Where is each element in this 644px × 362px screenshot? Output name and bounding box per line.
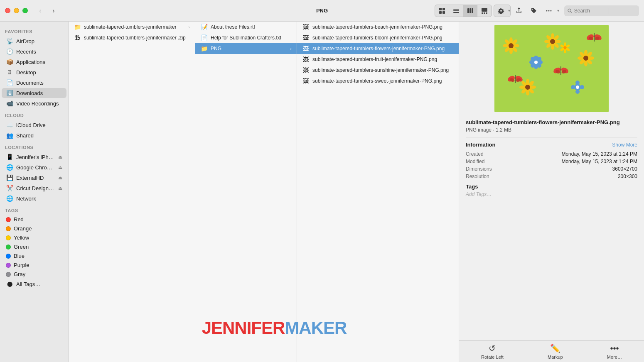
sidebar-item-shared[interactable]: 👥 Shared xyxy=(2,130,66,140)
external-hd-icon: 💾 xyxy=(6,174,13,181)
sidebar-item-label: Google Chro… xyxy=(16,164,55,171)
list-item[interactable]: 🖼 sublimate-tapered-tumblers-fruit-jenni… xyxy=(297,54,459,65)
list-item[interactable]: 📄 Help for Sublimation Crafters.txt xyxy=(195,32,297,43)
svg-rect-13 xyxy=(486,12,487,14)
list-view-button[interactable] xyxy=(449,5,463,17)
list-item[interactable]: 🗜 sublimate-tapered-tumblers-jennifermak… xyxy=(69,32,195,43)
sidebar-item-purple[interactable]: Purple xyxy=(2,261,66,269)
view-options-button[interactable] xyxy=(494,5,508,17)
sidebar-item-jennifers-iphone[interactable]: 📱 Jennifer's iPh… ⏏ xyxy=(2,152,66,162)
zip-icon: 🗜 xyxy=(74,34,81,41)
sidebar-item-video-recordings[interactable]: 📹 Video Recordings xyxy=(2,98,66,108)
sidebar-item-recents[interactable]: 🕐 Recents xyxy=(2,46,66,56)
sidebar-item-all-tags[interactable]: ⬤ All Tags… xyxy=(2,279,66,289)
sidebar-item-google-chrome[interactable]: 🌐 Google Chro… ⏏ xyxy=(2,162,66,172)
back-button[interactable]: ‹ xyxy=(34,5,46,17)
search-input[interactable] xyxy=(574,8,636,14)
svg-point-31 xyxy=(550,39,555,44)
list-item[interactable]: 📝 About these Files.rtf xyxy=(195,22,297,32)
sidebar-item-cricut-design[interactable]: ✂️ Cricut Design… ⏏ xyxy=(2,183,66,193)
dimensions-value: 3600×2700 xyxy=(612,166,637,172)
icloud-label: iCloud xyxy=(0,109,68,120)
file-name: sublimate-tapered-tumblers-bloom-jennife… xyxy=(312,35,454,41)
list-item[interactable]: 🖼 sublimate-tapered-tumblers-bloom-jenni… xyxy=(297,32,459,43)
file-name: sublimate-tapered-tumblers-beach-jennife… xyxy=(312,24,454,30)
desktop-icon: 🖥 xyxy=(6,68,13,76)
sidebar-item-blue[interactable]: Blue xyxy=(2,252,66,260)
eject-icon[interactable]: ⏏ xyxy=(58,186,62,191)
eject-icon[interactable]: ⏏ xyxy=(58,165,62,170)
sidebar-item-label: Downloads xyxy=(16,90,62,96)
toolbar-right: ▾ ▾ xyxy=(435,5,639,17)
list-item[interactable]: 🖼 sublimate-tapered-tumblers-flowers-jen… xyxy=(297,43,459,54)
applications-icon: 📦 xyxy=(6,58,13,66)
sidebar-item-icloud-drive[interactable]: ☁️ iCloud Drive xyxy=(2,120,66,130)
sidebar-item-airdrop[interactable]: 📡 AirDrop xyxy=(2,36,66,46)
sidebar-item-label: Jennifer's iPh… xyxy=(16,154,55,160)
file-name: sublimate-tapered-tumblers-jennifermaker xyxy=(84,24,185,30)
preview-filetype: PNG image · 1.2 MB xyxy=(466,127,637,133)
action-buttons: ▾ xyxy=(494,5,511,17)
png-icon: 🖼 xyxy=(302,78,310,84)
svg-point-28 xyxy=(503,44,509,47)
sidebar-item-label: Blue xyxy=(14,253,62,259)
preview-image xyxy=(494,25,609,112)
sidebar-item-label: Red xyxy=(14,216,62,223)
all-tags-icon: ⬤ xyxy=(6,280,13,288)
rotate-left-button[interactable]: ↺ Rotate Left xyxy=(481,343,504,360)
tags-title: Tags xyxy=(466,183,637,190)
list-item[interactable]: 🖼 sublimate-tapered-tumblers-sunshine-je… xyxy=(297,65,459,76)
titlebar: ‹ › PNG xyxy=(0,0,644,22)
markup-button[interactable]: ✏️ Markup xyxy=(548,343,563,360)
sidebar-item-red[interactable]: Red xyxy=(2,215,66,224)
list-item[interactable]: 📁 PNG › xyxy=(195,43,297,54)
sidebar-item-external-hd[interactable]: 💾 ExternalHD ⏏ xyxy=(2,173,66,183)
eject-icon[interactable]: ⏏ xyxy=(58,154,62,160)
sidebar-item-orange[interactable]: Orange xyxy=(2,224,66,233)
sidebar-item-gray[interactable]: Gray xyxy=(2,270,66,279)
sidebar-item-downloads[interactable]: ⬇️ Downloads xyxy=(2,88,66,98)
svg-rect-12 xyxy=(484,12,485,14)
svg-point-51 xyxy=(525,85,530,90)
list-item[interactable]: 🖼 sublimate-tapered-tumblers-sweet-jenni… xyxy=(297,76,459,86)
tag-button[interactable] xyxy=(527,5,541,17)
shared-icon: 👥 xyxy=(6,132,13,139)
maximize-button[interactable] xyxy=(22,8,28,13)
svg-point-75 xyxy=(571,85,575,89)
png-icon: 🖼 xyxy=(302,67,310,73)
list-item[interactable]: 📁 sublimate-tapered-tumblers-jennifermak… xyxy=(69,22,195,32)
column-view-button[interactable] xyxy=(463,5,477,17)
iphone-icon: 📱 xyxy=(6,153,13,161)
locations-label: Locations xyxy=(0,141,68,152)
share-button[interactable] xyxy=(512,5,526,17)
svg-point-36 xyxy=(551,44,554,50)
icon-view-button[interactable] xyxy=(435,5,449,17)
rtf-icon: 📝 xyxy=(200,24,208,30)
png-icon: 🖼 xyxy=(302,34,310,41)
show-more-button[interactable]: Show More xyxy=(612,142,637,148)
gallery-view-button[interactable] xyxy=(477,5,492,17)
more-actions-button[interactable]: ••• More… xyxy=(607,344,622,360)
eject-icon[interactable]: ⏏ xyxy=(58,175,62,181)
more-button[interactable] xyxy=(542,5,556,17)
sidebar-item-applications[interactable]: 📦 Applications xyxy=(2,57,66,67)
sidebar-item-green[interactable]: Green xyxy=(2,242,66,251)
green-tag-icon xyxy=(6,245,11,249)
network-icon: 🌐 xyxy=(6,195,13,202)
sidebar-item-network[interactable]: 🌐 Network xyxy=(2,193,66,203)
yellow-tag-icon xyxy=(6,235,11,240)
sidebar-item-label: Video Recordings xyxy=(16,100,62,107)
sidebar-item-label: Cricut Design… xyxy=(16,185,55,191)
minimize-button[interactable] xyxy=(14,8,19,13)
sidebar-item-documents[interactable]: 📄 Documents xyxy=(2,78,66,88)
list-item[interactable]: 🖼 sublimate-tapered-tumblers-beach-jenni… xyxy=(297,22,459,32)
window-title: PNG xyxy=(316,7,328,14)
sidebar-item-desktop[interactable]: 🖥 Desktop xyxy=(2,67,66,77)
forward-button[interactable]: › xyxy=(48,5,59,17)
add-tags-field[interactable]: Add Tags… xyxy=(466,191,637,197)
close-button[interactable] xyxy=(5,8,10,13)
view-buttons xyxy=(435,5,492,17)
sidebar-item-yellow[interactable]: Yellow xyxy=(2,233,66,242)
info-header: Information Show More xyxy=(466,142,637,148)
preview-info: sublimate-tapered-tumblers-flowers-jenni… xyxy=(459,115,644,201)
